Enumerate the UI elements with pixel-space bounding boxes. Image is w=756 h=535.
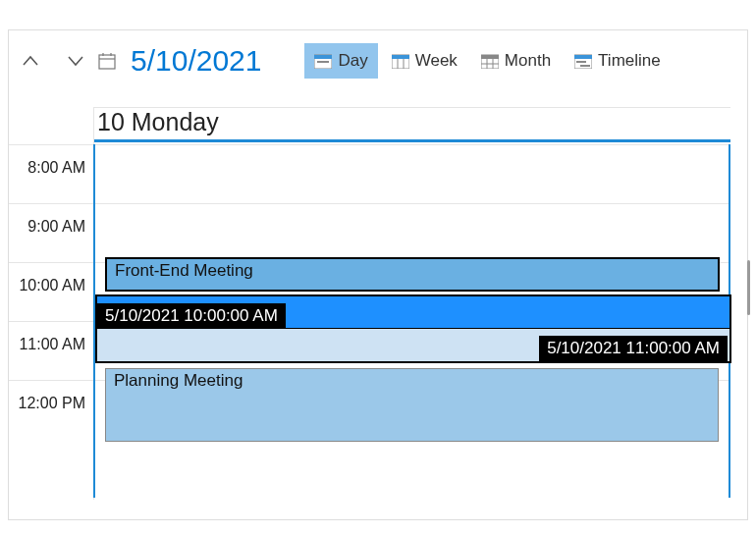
hour-label: 11:00 AM xyxy=(19,336,85,353)
day-header-label: 10 Monday xyxy=(93,108,730,136)
calendar-app: 5/10/2021 Day Week xyxy=(8,29,748,520)
event-frontend-meeting[interactable]: Front-End Meeting xyxy=(105,257,720,292)
next-button[interactable] xyxy=(64,49,87,73)
previous-button[interactable] xyxy=(19,49,42,73)
day-view-icon xyxy=(314,53,332,69)
view-timeline-label: Timeline xyxy=(598,51,661,71)
svg-rect-12 xyxy=(481,55,499,59)
scrollbar-thumb[interactable] xyxy=(747,260,750,315)
event-planning-meeting[interactable]: Planning Meeting xyxy=(105,368,719,442)
event-title: Front-End Meeting xyxy=(115,261,253,281)
view-day-label: Day xyxy=(338,51,367,71)
hour-label: 9:00 AM xyxy=(27,218,85,236)
svg-rect-0 xyxy=(99,55,115,69)
calendar-icon xyxy=(98,52,116,70)
hour-label: 8:00 AM xyxy=(27,159,85,177)
svg-rect-17 xyxy=(574,55,592,59)
toolbar: 5/10/2021 Day Week xyxy=(9,30,747,91)
drag-end-tooltip: 5/10/2021 11:00:00 AM xyxy=(539,336,728,361)
view-week-button[interactable]: Week xyxy=(382,43,467,79)
svg-rect-18 xyxy=(576,61,586,63)
today-indicator xyxy=(93,139,730,142)
date-picker-button[interactable] xyxy=(95,49,119,73)
hour-label: 12:00 PM xyxy=(19,395,85,412)
timeline-view-icon xyxy=(574,53,592,69)
view-month-button[interactable]: Month xyxy=(471,43,561,79)
view-timeline-button[interactable]: Timeline xyxy=(565,43,671,79)
day-header: 10 Monday xyxy=(93,107,730,142)
month-view-icon xyxy=(481,53,499,69)
svg-rect-8 xyxy=(392,55,409,59)
drag-start-tooltip: 5/10/2021 10:00:00 AM xyxy=(97,303,286,329)
view-day-button[interactable]: Day xyxy=(304,43,377,79)
event-title: Planning Meeting xyxy=(114,371,243,391)
view-month-label: Month xyxy=(505,51,551,71)
svg-rect-5 xyxy=(314,55,332,59)
current-date-label: 5/10/2021 xyxy=(131,44,261,78)
view-week-label: Week xyxy=(415,51,458,71)
week-view-icon xyxy=(392,53,409,69)
hour-label: 10:00 AM xyxy=(19,277,85,294)
chevron-down-icon xyxy=(67,55,84,67)
chevron-up-icon xyxy=(22,55,39,67)
svg-rect-19 xyxy=(580,65,590,67)
svg-rect-6 xyxy=(317,61,329,63)
time-gutter: 8:00 AM 9:00 AM 10:00 AM 11:00 AM 12:00 … xyxy=(9,144,93,439)
